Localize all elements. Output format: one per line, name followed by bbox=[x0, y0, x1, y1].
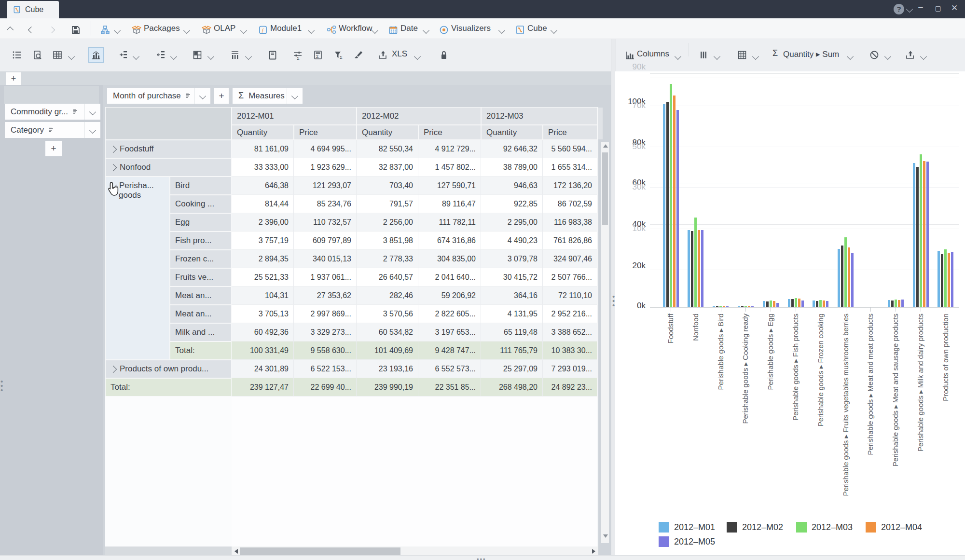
measures-chip[interactable]: Σ Measures bbox=[233, 88, 287, 104]
column-dimension-dropdown[interactable] bbox=[194, 88, 210, 104]
package-icon[interactable] bbox=[129, 23, 144, 37]
eye-icon[interactable] bbox=[437, 23, 451, 37]
panes-icon[interactable] bbox=[190, 48, 205, 62]
row-header-child[interactable]: Bird bbox=[170, 177, 231, 194]
brush-icon[interactable] bbox=[351, 48, 366, 62]
data-cell[interactable]: 340 015,13 bbox=[294, 250, 357, 268]
data-cell[interactable]: 3 388 652... bbox=[543, 323, 597, 341]
bottom-splitter-handle[interactable]: ••• bbox=[477, 556, 486, 560]
data-cell[interactable]: 111 765,79 bbox=[481, 341, 543, 360]
data-cell[interactable]: 23 193,16 bbox=[357, 360, 418, 378]
data-cell[interactable]: 72 110,10 bbox=[543, 287, 597, 305]
data-cell[interactable]: 761 826,86 bbox=[543, 232, 597, 250]
panel-splitter-handle[interactable]: ••• bbox=[612, 294, 614, 307]
field-chip-commodity-dropdown[interactable] bbox=[84, 104, 100, 120]
toolbar-dropdown-chevron-icon[interactable] bbox=[184, 26, 191, 32]
data-cell[interactable]: 82 550,34 bbox=[357, 140, 418, 158]
add-row-field-button[interactable]: + bbox=[45, 141, 62, 156]
export-icon[interactable] bbox=[375, 48, 390, 62]
column-header-measure[interactable]: Price bbox=[294, 125, 356, 139]
indent-right-icon[interactable] bbox=[116, 48, 130, 62]
chevron-down-icon[interactable] bbox=[885, 52, 892, 58]
scroll-right-arrow[interactable] bbox=[592, 549, 595, 554]
field-chip-category[interactable]: Category bbox=[5, 122, 84, 138]
data-cell[interactable]: 9 428 747... bbox=[418, 341, 481, 360]
row-header-child[interactable]: Frozen c... bbox=[170, 250, 231, 268]
measure-selector[interactable]: Σ bbox=[772, 48, 778, 58]
data-cell[interactable]: 946,63 bbox=[481, 177, 543, 195]
column-header-measure[interactable]: Quantity bbox=[482, 125, 542, 139]
close-button[interactable]: ✕ bbox=[949, 3, 960, 14]
data-cell[interactable]: 2 894,35 bbox=[232, 250, 294, 268]
data-cell[interactable]: 4 131,95 bbox=[481, 305, 543, 323]
data-cell[interactable]: 65 119,48 bbox=[481, 323, 543, 341]
toolbar-dropdown-date[interactable]: Date bbox=[400, 24, 418, 33]
xls-dropdown-icon[interactable] bbox=[415, 52, 422, 58]
toolbar-chevron-icon[interactable] bbox=[69, 52, 76, 58]
doc-border-icon[interactable] bbox=[265, 48, 280, 62]
toolbar-dropdown-chevron-icon[interactable] bbox=[424, 26, 430, 32]
cube-doc-icon[interactable] bbox=[513, 23, 527, 37]
data-cell[interactable]: 239 990,19 bbox=[357, 378, 418, 396]
column-header-month[interactable]: 2012-M01 bbox=[232, 108, 356, 124]
data-cell[interactable]: 239 127,47 bbox=[232, 378, 294, 396]
ban-icon[interactable] bbox=[867, 48, 882, 62]
chart-column-icon[interactable] bbox=[89, 48, 103, 62]
data-cell[interactable]: 9 558 630... bbox=[294, 341, 357, 360]
data-cell[interactable]: 89 116,47 bbox=[418, 195, 481, 213]
data-cell[interactable]: 324 907,46 bbox=[543, 250, 597, 268]
data-cell[interactable]: 3 079,78 bbox=[481, 250, 543, 268]
data-cell[interactable]: 104,31 bbox=[232, 287, 294, 305]
data-cell[interactable]: 7 293 019... bbox=[543, 360, 597, 378]
lock-icon[interactable] bbox=[437, 48, 451, 62]
column-header-measure[interactable]: Quantity bbox=[232, 125, 293, 139]
column-header-measure[interactable]: Price bbox=[419, 125, 481, 139]
data-cell[interactable]: 3 851,98 bbox=[357, 232, 418, 250]
data-cell[interactable]: 2 396,00 bbox=[232, 213, 294, 232]
chart-type-label[interactable]: Columns bbox=[637, 49, 669, 59]
calc-sigma-icon[interactable]: Σ bbox=[311, 48, 325, 62]
data-cell[interactable]: 2 952 216... bbox=[543, 305, 597, 323]
row-header-child[interactable]: Fish pro... bbox=[170, 232, 231, 249]
data-cell[interactable]: 3 329 273... bbox=[294, 323, 357, 341]
data-cell[interactable]: 10 383 30... bbox=[543, 341, 597, 360]
chevron-down-icon[interactable] bbox=[921, 52, 928, 58]
data-cell[interactable]: 282,46 bbox=[357, 287, 418, 305]
data-cell[interactable]: 60 534,82 bbox=[357, 323, 418, 341]
row-header-child[interactable]: Meat an... bbox=[170, 287, 231, 304]
data-cell[interactable]: 116 983,38 bbox=[543, 213, 597, 232]
legend-item-2012–M03[interactable]: 2012–M03 bbox=[796, 522, 853, 533]
toolbar-dropdown-chevron-icon[interactable] bbox=[372, 26, 379, 32]
data-cell[interactable]: 25 297,09 bbox=[481, 360, 543, 378]
filter-sigma-icon[interactable]: Σ bbox=[331, 48, 345, 62]
data-cell[interactable]: 703,40 bbox=[357, 177, 418, 195]
row-header-child[interactable]: Egg bbox=[170, 214, 231, 231]
row-header-child[interactable]: Cooking ... bbox=[170, 195, 231, 213]
chevron-down-icon[interactable] bbox=[715, 52, 721, 58]
data-cell[interactable]: 4 490,23 bbox=[481, 232, 543, 250]
column-header-month[interactable]: 2012-M03 bbox=[482, 108, 597, 124]
row-header-child[interactable]: Milk and ... bbox=[170, 324, 231, 341]
data-cell[interactable]: 30 415,72 bbox=[481, 268, 543, 287]
toolbar-dropdown-chevron-icon[interactable] bbox=[241, 26, 248, 32]
add-column-field-button[interactable]: + bbox=[214, 88, 229, 104]
table-vertical-scroll-thumb[interactable] bbox=[602, 152, 608, 225]
data-cell[interactable]: 25 521,33 bbox=[232, 268, 294, 287]
legend-item-2012–M02[interactable]: 2012–M02 bbox=[727, 522, 783, 533]
data-cell[interactable]: 814,44 bbox=[232, 195, 294, 213]
data-cell[interactable]: 100 331,49 bbox=[232, 341, 294, 360]
toolbar-dropdown-visualizers[interactable]: Visualizers bbox=[451, 24, 491, 33]
row-header-products-of-own-produ---[interactable]: Products of own produ... bbox=[106, 360, 231, 378]
data-cell[interactable]: 110 732,57 bbox=[294, 213, 357, 232]
data-cell[interactable]: 2 041 640... bbox=[418, 268, 481, 287]
columns-icon[interactable] bbox=[228, 48, 242, 62]
data-cell[interactable]: 3 570,56 bbox=[357, 305, 418, 323]
module-icon[interactable]: f bbox=[256, 23, 270, 37]
forward-icon[interactable] bbox=[49, 25, 54, 34]
chart-measure-label[interactable]: Quantity ▸ Sum bbox=[783, 49, 839, 59]
data-cell[interactable]: 33 333,00 bbox=[232, 158, 294, 177]
column-header-month[interactable]: 2012-M02 bbox=[357, 108, 481, 124]
data-cell[interactable]: 81 161,09 bbox=[232, 140, 294, 158]
chart-type-chevron-icon[interactable] bbox=[676, 52, 682, 58]
data-cell[interactable]: 3 705,13 bbox=[232, 305, 294, 323]
